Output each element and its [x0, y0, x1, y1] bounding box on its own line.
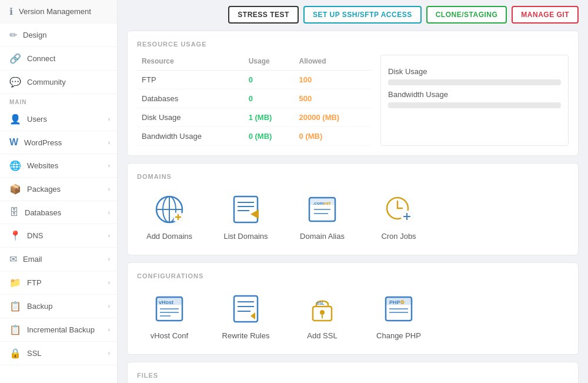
files-title: FILES: [137, 372, 569, 379]
resource-allowed-val: 20000 (MB): [295, 108, 371, 127]
sidebar-item-websites[interactable]: 🌐 Websites ›: [0, 154, 117, 178]
add-ssl-item[interactable]: SSL Add SSL: [290, 287, 355, 345]
cron-jobs-label: Cron Jobs: [381, 232, 416, 241]
packages-icon: 📦: [9, 184, 21, 195]
domain-alias-label: Domain Alias: [300, 232, 345, 241]
add-domains-item[interactable]: Add Domains: [137, 187, 202, 245]
files-card: FILES File Manager: [127, 362, 579, 383]
sidebar: ℹ Version Management ✏ Design 🔗 Connect …: [0, 0, 118, 383]
sidebar-item-label: DNS: [27, 231, 43, 240]
ssl-sidebar-icon: 🔒: [9, 348, 21, 359]
rewrite-icon: [228, 291, 263, 327]
sidebar-item-ssl[interactable]: 🔒 SSL ›: [0, 342, 117, 365]
svg-text:vHost: vHost: [159, 299, 173, 305]
sidebar-item-label: WordPress: [24, 138, 62, 147]
list-domains-label: List Domains: [223, 232, 268, 241]
rewrite-rules-item[interactable]: Rewrite Rules: [213, 287, 278, 345]
incremental-backup-icon: 📋: [9, 324, 21, 335]
resource-usage-val: 0: [244, 89, 295, 108]
resource-table: Resource Usage Allowed FTP 0 100 Databas…: [137, 55, 371, 146]
sidebar-item-label: Version Management: [19, 7, 91, 16]
table-row: FTP 0 100: [137, 71, 371, 89]
col-resource: Resource: [137, 55, 244, 71]
svg-text:SSL: SSL: [316, 301, 325, 305]
svg-text:.net: .net: [322, 201, 331, 206]
configurations-card: CONFIGURATIONS vHost vHost Conf: [127, 262, 579, 355]
ssh-sftp-button[interactable]: SET UP SSH/SFTP ACCESS: [303, 6, 422, 24]
sidebar-item-label: Databases: [25, 208, 61, 217]
main-content: STRESS TEST SET UP SSH/SFTP ACCESS CLONE…: [118, 0, 588, 383]
sidebar-item-dns[interactable]: 📍 DNS ›: [0, 224, 117, 248]
sidebar-item-incremental-backup[interactable]: 📋 Incremental Backup ›: [0, 318, 117, 342]
sidebar-item-databases[interactable]: 🗄 Databases ›: [0, 201, 117, 224]
rewrite-rules-label: Rewrite Rules: [222, 331, 270, 340]
stress-test-button[interactable]: STRESS TEST: [228, 6, 299, 24]
sidebar-item-label: Design: [23, 31, 46, 39]
col-allowed: Allowed: [295, 55, 371, 71]
vhost-conf-item[interactable]: vHost vHost Conf: [137, 287, 202, 345]
chevron-right-icon: ›: [108, 209, 110, 216]
websites-icon: 🌐: [9, 160, 21, 171]
sidebar-item-label: SSL: [27, 349, 42, 358]
sidebar-item-community[interactable]: 💬 Community: [0, 71, 117, 94]
resource-allowed-val: 100: [295, 71, 371, 89]
svg-marker-11: [250, 209, 259, 219]
databases-icon: 🗄: [9, 207, 19, 218]
sidebar-item-label: FTP: [27, 278, 42, 287]
cron-jobs-icon: [381, 192, 416, 227]
sidebar-item-label: Users: [27, 115, 47, 124]
sidebar-item-label: Backup: [27, 302, 52, 311]
resource-name: Databases: [137, 89, 244, 108]
table-row: Disk Usage 1 (MB) 20000 (MB): [137, 108, 371, 127]
vhost-label: vHost Conf: [151, 331, 188, 340]
sidebar-item-wordpress[interactable]: W WordPress ›: [0, 131, 117, 154]
sidebar-item-label: Email: [23, 255, 42, 264]
sidebar-item-ftp[interactable]: 📁 FTP ›: [0, 271, 117, 295]
cron-jobs-item[interactable]: Cron Jobs: [366, 187, 431, 245]
sidebar-item-design[interactable]: ✏ Design: [0, 24, 117, 47]
change-php-item[interactable]: PHP ⚙ Change PHP: [366, 287, 431, 345]
chevron-right-icon: ›: [108, 116, 110, 122]
manage-git-button[interactable]: MANAGE GIT: [512, 6, 579, 24]
sidebar-item-connect[interactable]: 🔗 Connect: [0, 47, 117, 71]
add-ssl-label: Add SSL: [307, 331, 337, 340]
configurations-grid: vHost vHost Conf: [137, 287, 569, 345]
list-domains-item[interactable]: List Domains: [213, 187, 278, 245]
domain-alias-icon: .com .net: [305, 192, 340, 227]
table-row: Databases 0 500: [137, 89, 371, 108]
sidebar-item-label: Community: [27, 78, 66, 86]
resource-usage-card: RESOURCE USAGE Resource Usage Allowed FT…: [127, 31, 579, 156]
sidebar-item-label: Connect: [27, 54, 55, 63]
resource-name: FTP: [137, 71, 244, 89]
chevron-right-icon: ›: [108, 186, 110, 192]
sidebar-section-main: MAIN: [0, 94, 117, 108]
list-domains-icon: [228, 192, 263, 227]
domains-grid: Add Domains List Domains: [137, 187, 569, 245]
sidebar-item-users[interactable]: 👤 Users ›: [0, 108, 117, 131]
connect-icon: 🔗: [9, 53, 21, 64]
backup-icon: 📋: [9, 301, 21, 312]
php-icon: PHP ⚙: [381, 291, 416, 327]
chevron-right-icon: ›: [108, 162, 110, 169]
bandwidth-progress-bar: [388, 102, 561, 108]
vhost-icon: vHost: [152, 291, 187, 327]
clone-staging-button[interactable]: CLONE/STAGING: [426, 6, 507, 24]
sidebar-item-packages[interactable]: 📦 Packages ›: [0, 178, 117, 201]
disk-bandwidth-panel: Disk Usage Bandwidth Usage: [380, 55, 569, 146]
version-management-icon: ℹ: [9, 6, 13, 17]
sidebar-item-backup[interactable]: 📋 Backup ›: [0, 295, 117, 318]
col-usage: Usage: [244, 55, 295, 71]
table-row: Bandwidth Usage 0 (MB) 0 (MB): [137, 127, 371, 146]
svg-text:PHP: PHP: [389, 299, 400, 305]
wordpress-icon: W: [9, 137, 18, 148]
sidebar-item-email[interactable]: ✉ Email ›: [0, 248, 117, 271]
chevron-right-icon: ›: [108, 232, 110, 239]
resource-allowed-val: 0 (MB): [295, 127, 371, 146]
domain-alias-item[interactable]: .com .net Domain Alias: [290, 187, 355, 245]
sidebar-item-label: Incremental Backup: [27, 325, 95, 334]
top-actions: STRESS TEST SET UP SSH/SFTP ACCESS CLONE…: [127, 6, 579, 24]
resource-usage-title: RESOURCE USAGE: [137, 41, 569, 48]
svg-text:⚙: ⚙: [400, 299, 405, 305]
sidebar-item-version-management[interactable]: ℹ Version Management: [0, 0, 117, 24]
sidebar-item-label: Websites: [27, 161, 58, 170]
